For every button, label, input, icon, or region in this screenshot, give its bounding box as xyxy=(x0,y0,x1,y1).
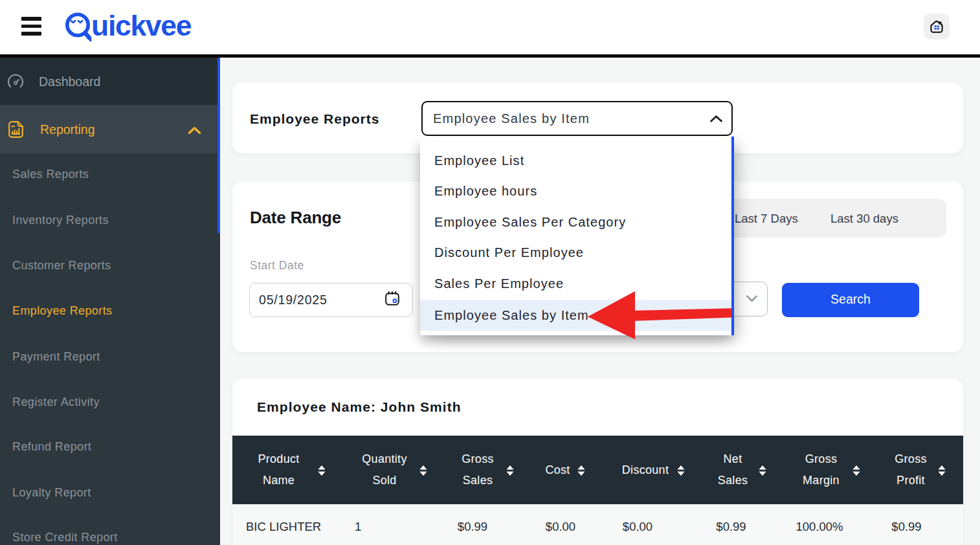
svg-text:uickvee: uickvee xyxy=(91,10,192,41)
